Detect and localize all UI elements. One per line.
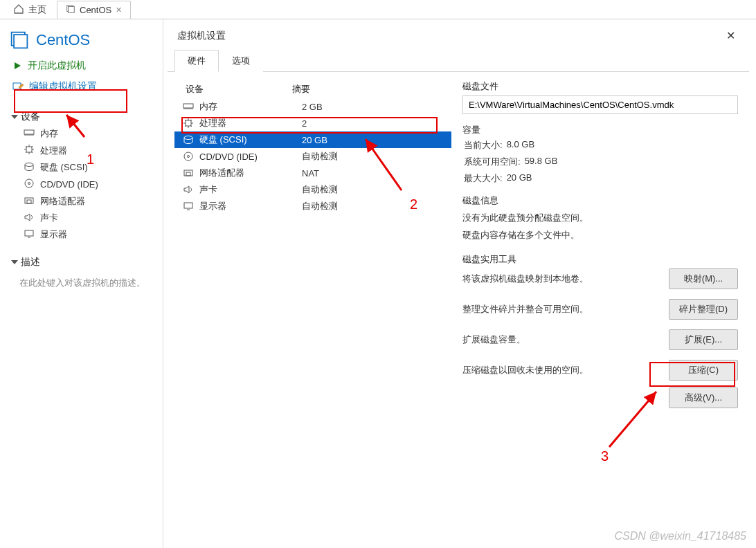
tab-options[interactable]: 选项 (219, 50, 263, 72)
sidebar: CentOS 开启此虚拟机 编辑虚拟机设置 设备 内存处理器硬盘 (SCSI)C… (0, 19, 163, 548)
map-button[interactable]: 映射(M)... (669, 268, 738, 289)
memory-icon (183, 102, 194, 111)
svg-point-8 (25, 179, 33, 188)
start-vm-link[interactable]: 开启此虚拟机 (3, 57, 163, 75)
svg-rect-19 (186, 172, 190, 176)
capacity-label: 容量 (462, 124, 738, 136)
sidebar-item-label: 网络适配器 (40, 195, 85, 208)
device-name: CD/DVD (IDE) (199, 152, 296, 162)
vm-title: CentOS (3, 26, 163, 54)
sidebar-item-label: 显示器 (40, 228, 67, 241)
svg-rect-3 (14, 35, 27, 48)
svg-rect-5 (24, 130, 34, 134)
network-icon (24, 196, 35, 208)
device-row[interactable]: 处理器2 (174, 115, 451, 131)
devices-section-toggle[interactable]: 设备 (11, 108, 163, 126)
edit-vm-link[interactable]: 编辑虚拟机设置 (3, 77, 163, 95)
svg-point-15 (184, 136, 192, 140)
start-vm-label: 开启此虚拟机 (28, 60, 86, 72)
expand-button[interactable]: 扩展(E)... (669, 329, 738, 350)
svg-rect-20 (184, 203, 192, 208)
dialog-title: 虚拟机设置 (177, 30, 226, 42)
max-size-label: 最大大小: (464, 172, 503, 185)
device-summary: 自动检测 (302, 150, 447, 163)
desc-section-toggle[interactable]: 描述 (11, 253, 163, 271)
compact-button[interactable]: 压缩(C) (669, 360, 738, 381)
tab-home-label: 主页 (28, 3, 46, 16)
device-row[interactable]: 硬盘 (SCSI)20 GB (174, 131, 451, 148)
sidebar-item-device[interactable]: 硬盘 (SCSI) (24, 161, 163, 174)
svg-rect-18 (184, 170, 192, 176)
map-desc: 将该虚拟机磁盘映射到本地卷。 (462, 273, 588, 285)
svg-rect-11 (27, 200, 31, 203)
svg-rect-6 (26, 147, 32, 152)
device-summary: 2 GB (302, 102, 447, 112)
sidebar-item-device[interactable]: 处理器 (24, 144, 163, 157)
svg-rect-10 (25, 198, 33, 203)
svg-rect-12 (25, 230, 33, 236)
current-size-label: 当前大小: (464, 139, 503, 152)
device-row[interactable]: 显示器自动检测 (174, 198, 451, 214)
device-summary: 自动检测 (302, 183, 447, 196)
col-device: 设备 (179, 83, 292, 95)
vm-tab-icon (66, 4, 75, 16)
device-name: 处理器 (199, 117, 296, 129)
sys-avail-label: 系统可用空间: (464, 156, 521, 168)
max-size-value: 20 GB (507, 172, 532, 185)
cpu-icon (24, 144, 35, 157)
disk-info-label: 磁盘信息 (462, 194, 738, 207)
sidebar-item-label: CD/DVD (IDE) (40, 179, 98, 190)
col-summary: 摘要 (292, 83, 447, 95)
sound-icon (24, 212, 35, 224)
device-name: 硬盘 (SCSI) (199, 134, 296, 146)
tab-hardware[interactable]: 硬件 (174, 50, 219, 72)
disk-icon (183, 135, 194, 145)
sidebar-item-device[interactable]: 网络适配器 (24, 195, 163, 208)
device-summary: 2 (302, 118, 447, 129)
svg-rect-13 (183, 104, 193, 108)
disk-file-input[interactable] (462, 95, 738, 114)
disk-file-label: 磁盘文件 (462, 80, 738, 93)
tab-vm[interactable]: CentOS ✕ (57, 1, 131, 19)
device-row[interactable]: 网络适配器NAT (174, 165, 451, 181)
home-icon (13, 3, 24, 17)
vm-settings-dialog: 虚拟机设置 ✕ 硬件 选项 设备 摘要 内存2 GB处理器2硬盘 (SCSI)2… (168, 22, 749, 541)
sidebar-item-device[interactable]: 声卡 (24, 212, 163, 224)
device-name: 声卡 (199, 183, 296, 196)
devices-section-label: 设备 (21, 111, 40, 123)
svg-rect-14 (186, 120, 191, 126)
sidebar-item-label: 处理器 (40, 145, 67, 157)
device-row[interactable]: 声卡自动检测 (174, 181, 451, 198)
disk-icon (24, 162, 35, 174)
display-icon (24, 229, 35, 241)
play-icon (12, 61, 22, 71)
device-row[interactable]: CD/DVD (IDE)自动检测 (174, 148, 451, 165)
sidebar-item-device[interactable]: 显示器 (24, 228, 163, 241)
device-summary: 20 GB (302, 135, 447, 145)
device-row[interactable]: 内存2 GB (174, 98, 451, 115)
vm-title-label: CentOS (36, 31, 90, 49)
device-name: 显示器 (199, 200, 296, 212)
sidebar-item-device[interactable]: CD/DVD (IDE) (24, 178, 163, 191)
tab-home[interactable]: 主页 (4, 0, 55, 19)
dialog-close-button[interactable]: ✕ (722, 29, 739, 42)
network-icon (183, 168, 194, 178)
sidebar-item-label: 内存 (40, 127, 58, 140)
display-icon (183, 201, 194, 211)
defrag-desc: 整理文件碎片并整合可用空间。 (462, 303, 588, 316)
edit-icon (12, 82, 24, 91)
svg-point-17 (188, 156, 190, 158)
advanced-button[interactable]: 高级(V)... (669, 387, 738, 408)
device-list-header: 设备 摘要 (174, 80, 451, 98)
device-summary: 自动检测 (302, 200, 447, 212)
defrag-button[interactable]: 碎片整理(D) (669, 299, 738, 320)
description-placeholder[interactable]: 在此处键入对该虚拟机的描述。 (11, 271, 163, 295)
svg-point-7 (25, 163, 33, 166)
sidebar-item-label: 声卡 (40, 212, 58, 224)
sidebar-item-device[interactable]: 内存 (24, 127, 163, 140)
device-name: 网络适配器 (199, 167, 296, 179)
tab-hardware-label: 硬件 (188, 55, 206, 66)
close-icon[interactable]: ✕ (116, 6, 122, 15)
expand-desc: 扩展磁盘容量。 (462, 334, 525, 346)
cddvd-icon (183, 151, 194, 162)
